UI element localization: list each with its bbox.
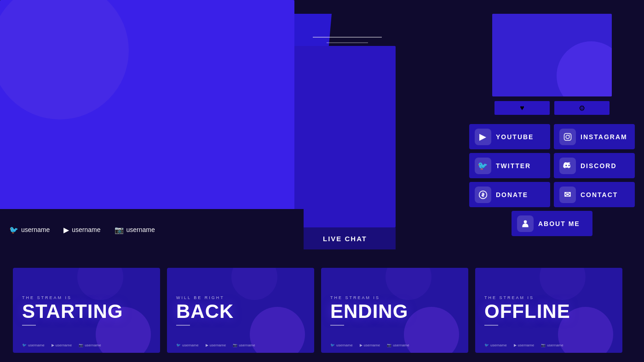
social-bar: 🐦 username ▶ username 📷 username [0,209,304,250]
svg-point-2 [569,134,570,135]
instagram-button[interactable]: INSTAGRAM [554,124,635,149]
twitter-btn-icon: 🐦 [475,158,491,174]
donate-button[interactable]: DONATE [469,182,550,207]
youtube-button[interactable]: ▶ YOUTUBE [469,124,550,149]
twitter-icon: 🐦 [9,226,18,234]
starting-card: THE STREAM IS STARTING 🐦 username ▶ user… [13,268,160,353]
profile-settings-btn[interactable]: ⚙ [554,101,610,115]
starting-twitter-icon: 🐦 [22,343,27,347]
offline-youtube-icon: ▶ [514,343,517,347]
back-instagram-icon: 📷 [233,343,237,347]
back-subtitle: WILL BE RIGHT [176,295,305,300]
back-youtube: ▶ username [206,343,226,347]
offline-instagram-user: username [547,343,564,347]
offline-twitter: 🐦 username [484,343,507,347]
starting-instagram: 📷 username [79,343,101,347]
youtube-label: YOUTUBE [496,133,534,141]
ending-social-row: 🐦 username ▶ username 📷 username [330,343,409,347]
twitter-username: username [21,226,50,233]
svg-point-4 [524,220,527,223]
chat-header-line-2 [327,42,368,43]
twitter-label: TWITTER [496,162,531,170]
back-social-row: 🐦 username ▶ username 📷 username [176,343,255,347]
offline-subtitle: THE STREAM IS [484,295,613,300]
contact-btn-icon: ✉ [559,187,576,203]
ending-instagram-icon: 📷 [387,343,391,347]
svg-rect-0 [564,133,571,140]
starting-instagram-user: username [85,343,101,347]
svg-point-1 [566,135,569,139]
ending-title: ENDING [330,302,459,321]
about-me-row: ABOUT ME [469,211,635,236]
ending-youtube-user: username [364,343,380,347]
starting-subtitle: THE STREAM IS [22,295,151,300]
instagram-icon: 📷 [115,226,124,234]
offline-twitter-icon: 🐦 [484,343,489,347]
offline-youtube-user: username [518,343,535,347]
screen-cards-row: THE STREAM IS STARTING 🐦 username ▶ user… [13,268,631,353]
donate-label: DONATE [496,191,528,198]
starting-youtube-icon: ▶ [52,343,54,347]
profile-area: ♥ ⚙ [469,14,635,119]
offline-title: OFFLINE [484,302,613,321]
offline-youtube: ▶ username [514,343,535,347]
ending-instagram: 📷 username [387,343,409,347]
ending-subtitle: THE STREAM IS [330,295,459,300]
ending-card: THE STREAM IS ENDING 🐦 username ▶ userna… [321,268,468,353]
back-instagram-user: username [239,343,255,347]
instagram-label: INSTAGRAM [581,133,627,141]
back-twitter-icon: 🐦 [176,343,181,347]
offline-twitter-user: username [490,343,507,347]
youtube-username: username [72,226,100,233]
instagram-username: username [126,226,155,233]
discord-btn-icon [559,158,576,174]
ending-twitter-icon: 🐦 [330,343,335,347]
about-me-button[interactable]: ABOUT ME [512,211,592,236]
starting-line [22,325,36,326]
settings-icon: ⚙ [579,104,585,113]
back-youtube-user: username [210,343,226,347]
about-me-btn-icon [517,215,534,232]
offline-instagram: 📷 username [541,343,564,347]
profile-heart-btn[interactable]: ♥ [494,101,550,115]
discord-button[interactable]: DISCORD [554,153,635,178]
ending-instagram-user: username [393,343,409,347]
twitter-button[interactable]: 🐦 TWITTER [469,153,550,178]
ending-twitter: 🐦 username [330,343,353,347]
chat-header-line-1 [313,37,382,38]
offline-card: THE STREAM IS OFFLINE 🐦 username ▶ usern… [475,268,622,353]
profile-screen [492,14,612,96]
stream-panel [0,0,294,216]
contact-label: CONTACT [581,191,618,198]
ending-youtube: ▶ username [360,343,380,347]
starting-youtube-user: username [56,343,72,347]
heart-icon: ♥ [520,104,524,112]
back-twitter-user: username [182,343,199,347]
youtube-social-item: ▶ username [63,226,100,234]
twitter-social-item: 🐦 username [9,226,50,234]
back-twitter: 🐦 username [176,343,199,347]
chat-panel [294,46,396,227]
starting-youtube: ▶ username [52,343,72,347]
instagram-btn-icon [559,129,576,145]
about-me-label: ABOUT ME [538,220,580,227]
starting-twitter: 🐦 username [22,343,45,347]
ending-youtube-icon: ▶ [360,343,362,347]
contact-button[interactable]: ✉ CONTACT [554,182,635,207]
youtube-btn-icon: ▶ [475,129,491,145]
donate-btn-icon [475,187,491,203]
discord-label: DISCORD [581,162,617,170]
offline-line [484,325,498,326]
starting-twitter-user: username [28,343,45,347]
ending-twitter-user: username [336,343,353,347]
offline-social-row: 🐦 username ▶ username 📷 username [484,343,564,347]
starting-title: STARTING [22,302,151,321]
back-line [176,325,190,326]
ending-line [330,325,344,326]
youtube-icon: ▶ [63,226,69,234]
back-title: BACK [176,302,305,321]
instagram-social-item: 📷 username [115,226,155,234]
offline-instagram-icon: 📷 [541,343,546,347]
back-youtube-icon: ▶ [206,343,208,347]
live-chat-button[interactable]: LIVE CHAT [294,227,396,249]
